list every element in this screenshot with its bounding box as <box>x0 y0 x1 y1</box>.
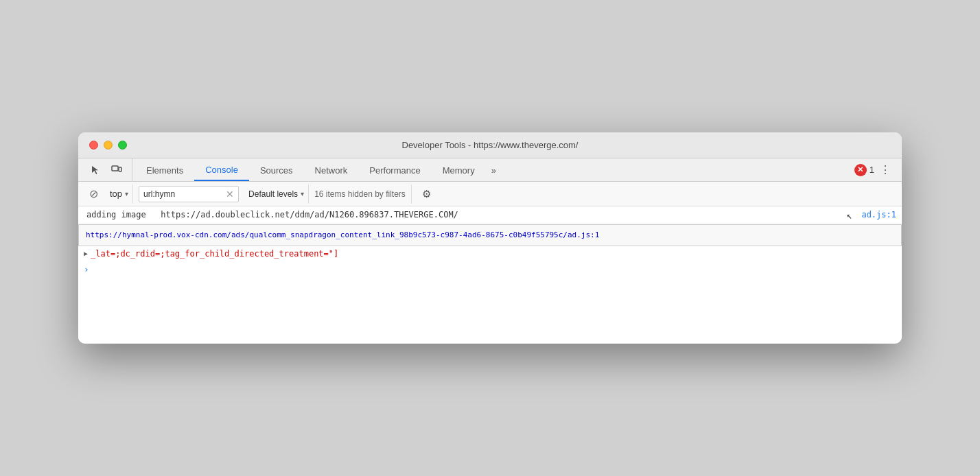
tabs: Elements Console Sources Network Perform… <box>132 158 854 181</box>
svg-rect-0 <box>112 166 118 171</box>
filter-clear-button[interactable]: ✕ <box>226 189 234 199</box>
tab-performance[interactable]: Performance <box>358 159 431 181</box>
traffic-lights <box>78 141 127 150</box>
device-toggle-button[interactable] <box>107 160 126 180</box>
log-line-1: adding image https://ad.doubleclick.net/… <box>78 206 902 224</box>
devtools-window: Developer Tools - https://www.theverge.c… <box>78 132 902 344</box>
gear-icon: ⚙ <box>422 188 431 200</box>
maximize-button[interactable] <box>118 141 127 150</box>
prompt-line: › <box>78 261 902 278</box>
prompt-icon: › <box>84 264 89 274</box>
filter-input-wrap: ✕ <box>139 186 239 202</box>
hidden-items-text: 16 items hidden by filters <box>314 185 412 204</box>
url-tooltip: https://hymnal-prod.vox-cdn.com/ads/qual… <box>78 224 902 246</box>
tooltip-container: https://hymnal-prod.vox-cdn.com/ads/qual… <box>78 224 902 246</box>
svg-rect-1 <box>119 167 121 171</box>
device-icon <box>111 165 122 176</box>
console-toolbar: ⊘ top ▾ ✕ Default levels ▾ 16 items hidd… <box>78 182 902 206</box>
error-badge: ✕ 1 <box>854 164 874 176</box>
log-levels-button[interactable]: Default levels ▾ <box>244 185 309 204</box>
cursor-pointer-icon: ↖ <box>847 208 852 223</box>
toolbar-right: ✕ 1 ⋮ <box>854 162 899 178</box>
tab-console[interactable]: Console <box>194 159 249 181</box>
cursor-icon <box>91 165 102 176</box>
no-entry-icon: ⊘ <box>89 187 98 200</box>
log-source-1[interactable]: ad.js:1 <box>861 209 896 222</box>
log-text-1: adding image https://ad.doubleclick.net/… <box>86 209 861 222</box>
more-options-button[interactable]: ⋮ <box>877 162 894 178</box>
expand-arrow-icon[interactable]: ▶ <box>84 250 88 257</box>
prompt-input[interactable] <box>93 264 896 275</box>
context-selector[interactable]: top ▾ <box>106 185 133 204</box>
tab-sources[interactable]: Sources <box>249 159 304 181</box>
toolbar-icons <box>81 158 132 181</box>
filter-input[interactable] <box>143 189 226 199</box>
title-bar: Developer Tools - https://www.theverge.c… <box>78 132 902 158</box>
cursor-tool-button[interactable] <box>86 160 106 180</box>
minimize-button[interactable] <box>104 141 113 150</box>
chevron-down-icon: ▾ <box>301 190 304 198</box>
tab-elements[interactable]: Elements <box>135 159 194 181</box>
main-toolbar: Elements Console Sources Network Perform… <box>78 158 902 182</box>
window-title: Developer Tools - https://www.theverge.c… <box>402 140 579 150</box>
more-tabs-button[interactable]: » <box>486 159 502 181</box>
tab-network[interactable]: Network <box>304 159 359 181</box>
console-settings-button[interactable]: ⚙ <box>417 185 436 204</box>
collapsed-log-line: ▶ _lat=;dc_rdid=;tag_for_child_directed_… <box>78 246 902 261</box>
error-icon: ✕ <box>854 164 867 176</box>
chevron-down-icon: ▾ <box>125 190 128 198</box>
tab-memory[interactable]: Memory <box>432 159 486 181</box>
clear-console-button[interactable]: ⊘ <box>84 185 103 204</box>
close-button[interactable] <box>89 141 98 150</box>
console-content: adding image https://ad.doubleclick.net/… <box>78 206 902 344</box>
